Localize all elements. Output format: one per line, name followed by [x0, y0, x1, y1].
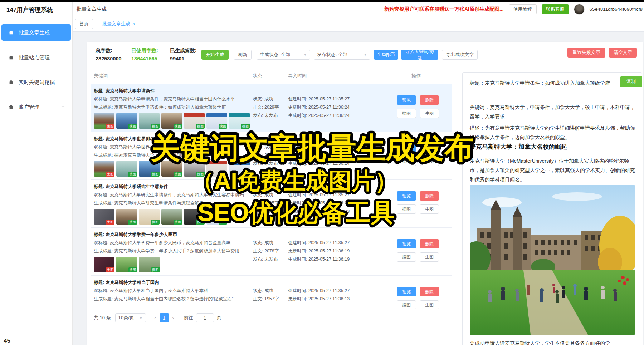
tab-batch-article[interactable]: 批量文章生成 ×: [97, 16, 140, 31]
page-size-select[interactable]: 10条/页▼: [115, 313, 146, 322]
reset-failed-button[interactable]: 重置失败文章: [567, 48, 605, 58]
article-thumbnail[interactable]: 搜图: [206, 209, 227, 225]
select-value: 10条/页: [118, 315, 134, 321]
select-value: 生成状态: 全部: [260, 51, 290, 58]
generate-image-button[interactable]: 生图: [420, 157, 439, 166]
delete-button[interactable]: 删除: [420, 191, 439, 201]
status-cell: 状态: 成功 正文: 2078字 发布: 未发布: [253, 231, 288, 272]
preview-keywords: 关键词：麦克马斯特大学，申请条件，加拿大大学，硕士申请，本科申请，留学，入学要求: [470, 103, 635, 121]
table-row[interactable]: 标题: 麦克马斯特大学世界排名 双标题: 麦克马斯特大学世界排名，麦克马斯特大学…: [91, 132, 452, 180]
thumbnail-badge: 搜图: [196, 124, 205, 129]
sidebar-item-account[interactable]: 账户管理: [1, 99, 71, 115]
action-cell: 预览 删除 搜图 生图: [392, 135, 452, 177]
delete-button[interactable]: 删除: [420, 143, 439, 153]
global-config-button[interactable]: 全局配置: [374, 50, 398, 60]
search-image-button[interactable]: 搜图: [397, 300, 416, 309]
thumbnail-strip: 生图搜图搜图: [94, 257, 253, 272]
tab-bar: 首页 批量文章生成 ×: [72, 16, 644, 32]
article-thumbnail[interactable]: 搜图: [139, 209, 160, 225]
sidebar-item-batch-article[interactable]: 批量文章生成: [1, 24, 71, 41]
action-cell: 预览 删除 搜图 生图: [392, 87, 452, 129]
thumbnail-badge: 搜图: [241, 124, 250, 129]
article-thumbnail[interactable]: 搜图: [206, 113, 227, 129]
search-image-button[interactable]: 搜图: [397, 157, 416, 166]
generate-image-button[interactable]: 生图: [420, 204, 439, 214]
article-thumbnail[interactable]: 生图: [94, 161, 114, 177]
topbar-right: 新购套餐用户可联系客服赠送一万张AI原创生成配图... 使用教程 联系客服 65…: [384, 4, 644, 15]
start-generate-button[interactable]: 开始生成: [201, 50, 229, 60]
preview-button[interactable]: 预览: [397, 95, 416, 105]
article-thumbnail[interactable]: 搜图: [161, 113, 182, 129]
copy-button[interactable]: 复制: [620, 76, 642, 87]
article-thumbnail[interactable]: 生图: [94, 257, 114, 272]
article-thumbnail[interactable]: 搜图: [161, 161, 182, 177]
row-dual-title: 双标题: 麦克马斯特大学申请条件，麦克马斯特大学相当于国内什么水平: [94, 95, 253, 103]
import-keywords-button[interactable]: 导入关键词/标题: [401, 50, 438, 60]
article-thumbnail[interactable]: 搜图: [184, 161, 205, 177]
contact-support-button[interactable]: 联系客服: [542, 4, 569, 14]
generate-image-button[interactable]: 生图: [420, 252, 439, 262]
announcement-text[interactable]: 新购套餐用户可联系客服赠送一万张AI原创生成配图...: [384, 6, 504, 13]
delete-button[interactable]: 删除: [420, 95, 439, 105]
preview-description: 描述：为有意申请麦克马斯特大学的学生详细讲解申请要求及步骤，帮助你轻松掌握入学条…: [470, 123, 635, 142]
table-row[interactable]: 标题: 麦克马斯特大学学费一年多少人民币 双标题: 麦克马斯特大学学费一年多少人…: [91, 228, 452, 276]
article-thumbnail[interactable]: 搜图: [139, 113, 160, 129]
article-thumbnail[interactable]: 搜图: [139, 257, 160, 272]
prev-page-button[interactable]: ‹: [151, 313, 160, 322]
article-thumbnail[interactable]: 搜图: [139, 161, 160, 177]
tutorial-button[interactable]: 使用教程: [509, 4, 537, 14]
keyword-cell: 标题: 麦克马斯特大学学费一年多少人民币 双标题: 麦克马斯特大学学费一年多少人…: [94, 231, 253, 272]
close-icon[interactable]: ×: [132, 21, 135, 26]
table-row[interactable]: 标题: 麦克马斯特大学申请条件 双标题: 麦克马斯特大学申请条件，麦克马斯特大学…: [91, 84, 452, 132]
row-publish-state: 发布: 未发布: [253, 112, 288, 120]
article-thumbnail[interactable]: 搜图: [116, 113, 137, 129]
article-thumbnail[interactable]: 搜图: [184, 209, 205, 225]
generate-image-button[interactable]: 生图: [420, 300, 439, 309]
article-thumbnail[interactable]: 搜图: [184, 113, 205, 129]
article-thumbnail[interactable]: 搜图: [229, 113, 250, 129]
preview-button[interactable]: 预览: [397, 287, 416, 296]
article-thumbnail[interactable]: 搜图: [229, 161, 250, 177]
delete-button[interactable]: 删除: [420, 287, 439, 296]
chevron-down-icon: ▼: [139, 316, 143, 320]
delete-button[interactable]: 删除: [420, 239, 439, 248]
article-thumbnail[interactable]: 生图: [94, 209, 114, 225]
tab-home[interactable]: 首页: [75, 19, 93, 29]
preview-button[interactable]: 预览: [397, 143, 416, 153]
thumbnail-badge: 搜图: [196, 172, 205, 177]
preview-button[interactable]: 预览: [397, 239, 416, 248]
article-thumbnail[interactable]: 搜图: [116, 257, 137, 272]
row-generated-time: 生成时间: 2025-05-27 11:36:24: [288, 159, 392, 168]
generate-image-button[interactable]: 生图: [420, 109, 439, 118]
time-cell: 创建时间: 2025-05-27 11:35:27 更新时间: 2025-05-…: [288, 231, 392, 272]
avatar[interactable]: [574, 4, 585, 15]
goto-page-input[interactable]: [196, 313, 214, 322]
sidebar-item-keyword-mining[interactable]: 实时关键词挖掘: [1, 74, 71, 90]
search-image-button[interactable]: 搜图: [397, 204, 416, 214]
next-page-button[interactable]: ›: [169, 313, 177, 322]
search-image-button[interactable]: 搜图: [397, 109, 416, 118]
publish-status-select[interactable]: 发布状态: 全部▼: [314, 50, 370, 60]
article-thumbnail[interactable]: 搜图: [161, 209, 182, 225]
table-row[interactable]: 标题: 麦克马斯特大学相当于国内 双标题: 麦克马斯特大学相当于国内，麦克马斯特…: [91, 276, 452, 309]
row-generated-time: 生成时间: 2025-05-27 11:36:23: [288, 207, 392, 216]
row-created-time: 创建时间: 2025-05-27 11:35:27: [288, 95, 392, 103]
refresh-button[interactable]: 刷新: [234, 50, 252, 60]
search-image-button[interactable]: 搜图: [397, 252, 416, 262]
article-thumbnail[interactable]: 搜图: [116, 161, 137, 177]
row-title: 标题: 麦克马斯特大学申请条件: [94, 87, 253, 95]
table-row[interactable]: 标题: 麦克马斯特大学研究生申请条件 双标题: 麦克马斯特大学研究生申请条件，麦…: [91, 180, 452, 228]
article-thumbnail[interactable]: 生图: [94, 113, 114, 129]
article-thumbnail[interactable]: 搜图: [116, 209, 137, 225]
clear-articles-button[interactable]: 清空文章: [609, 48, 637, 58]
preview-button[interactable]: 预览: [397, 191, 416, 201]
row-publish-state: 发布: 未发布: [253, 207, 288, 216]
sidebar-item-batch-site[interactable]: 批量站点管理: [1, 49, 71, 66]
generate-status-select[interactable]: 生成状态: 全部▼: [257, 50, 310, 60]
keyword-cell: 标题: 麦克马斯特大学相当于国内 双标题: 麦克马斯特大学相当于国内，麦克马斯特…: [94, 279, 253, 309]
thumbnail-badge: 生图: [106, 267, 114, 272]
article-thumbnail[interactable]: 搜图: [206, 161, 227, 177]
current-page-button[interactable]: 1: [160, 313, 169, 322]
row-generated-time: 生成时间: 2025-05-27 11:36:19: [288, 255, 392, 263]
export-success-button[interactable]: 导出成功文章: [442, 50, 478, 60]
